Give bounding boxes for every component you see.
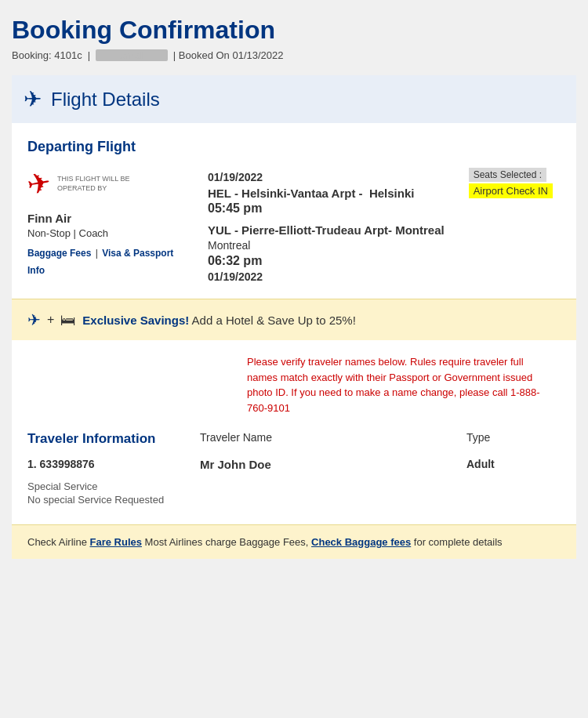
departing-flight-label: Departing Flight bbox=[27, 139, 561, 155]
booking-id: 4101c bbox=[54, 49, 82, 61]
traveler-row: 1. 633998876 Mr John Doe Adult bbox=[27, 458, 561, 471]
savings-hotel-icon: 🛏 bbox=[60, 311, 76, 329]
info-link[interactable]: Info bbox=[27, 265, 45, 276]
booking-header: Booking Confirmation Booking: 4101c | em… bbox=[12, 16, 576, 61]
flight-card: Departing Flight ✈ THIS FLIGHT WILL BE O… bbox=[12, 123, 576, 299]
airport-check-badge: Airport Check IN bbox=[469, 183, 553, 198]
booking-prefix: Booking: bbox=[12, 49, 52, 61]
arrive-time: 06:32 pm bbox=[208, 254, 561, 268]
savings-text: Exclusive Savings! Add a Hotel & Save Up… bbox=[82, 314, 356, 327]
traveler-number: 1. 633998876 bbox=[27, 458, 200, 470]
arrive-date: 01/19/2022 bbox=[208, 270, 561, 283]
page-title: Booking Confirmation bbox=[12, 16, 576, 45]
booking-meta: Booking: 4101c | email | Booked On 01/13… bbox=[12, 49, 576, 61]
route-dest: YUL - Pierre-Elliott-Trudeau Arpt- Montr… bbox=[208, 223, 561, 237]
booked-date: 01/13/2022 bbox=[232, 49, 283, 61]
seats-selected-label: Seats Selected : bbox=[469, 168, 546, 182]
visa-passport-link[interactable]: Visa & Passport bbox=[102, 248, 173, 259]
flight-details-title: Flight Details bbox=[51, 89, 160, 111]
flight-details-header: ✈ Flight Details bbox=[12, 75, 576, 123]
flight-links: Baggage Fees | Visa & Passport Info bbox=[27, 245, 208, 279]
traveler-name: Mr John Doe bbox=[200, 458, 466, 471]
booked-on-label: Booked On bbox=[179, 49, 230, 61]
savings-plus: + bbox=[47, 313, 54, 327]
verify-notice: Please verify traveler names below. Rule… bbox=[247, 354, 545, 415]
separator: | bbox=[96, 248, 100, 259]
email-redacted: email bbox=[96, 49, 167, 61]
airline-name: Finn Air bbox=[27, 212, 208, 225]
baggage-fees-link[interactable]: Baggage Fees bbox=[27, 248, 91, 259]
special-service-value: No special Service Requested bbox=[27, 494, 561, 506]
traveler-info-label: Traveler Information bbox=[27, 431, 200, 447]
airline-logo-area: ✈ THIS FLIGHT WILL BE OPERATED BY bbox=[27, 168, 208, 201]
bottom-banner: Check Airline Fare Rules Most Airlines c… bbox=[12, 524, 576, 559]
flight-left-column: ✈ THIS FLIGHT WILL BE OPERATED BY Finn A… bbox=[27, 168, 208, 283]
exclusive-savings-label: Exclusive Savings! bbox=[82, 314, 189, 327]
flight-right-column: Seats Selected : Airport Check IN 01/19/… bbox=[208, 168, 561, 283]
flight-info-row: ✈ THIS FLIGHT WILL BE OPERATED BY Finn A… bbox=[27, 168, 561, 283]
verify-section: Please verify traveler names below. Rule… bbox=[12, 340, 576, 423]
traveler-section: Traveler Information Traveler Name Type … bbox=[12, 423, 576, 524]
bottom-suffix: for complete details bbox=[411, 536, 502, 548]
special-service-label: Special Service bbox=[27, 480, 561, 492]
traveler-col-name: Traveler Name bbox=[200, 431, 466, 444]
red-plane-icon: ✈ bbox=[25, 166, 54, 203]
dest-city: Montreal bbox=[208, 239, 561, 252]
fare-rules-link[interactable]: Fare Rules bbox=[90, 536, 142, 548]
bottom-prefix: Check Airline bbox=[27, 536, 87, 548]
traveler-col-type: Type bbox=[466, 431, 561, 444]
seats-badge-area: Seats Selected : Airport Check IN bbox=[469, 168, 553, 198]
savings-banner: ✈ + 🛏 Exclusive Savings! Add a Hotel & S… bbox=[12, 299, 576, 340]
plane-icon: ✈ bbox=[24, 86, 42, 112]
bottom-middle-text: Most Airlines charge Baggage Fees, bbox=[142, 536, 311, 548]
flight-class: Non-Stop | Coach bbox=[27, 227, 208, 239]
special-service-block: Special Service No special Service Reque… bbox=[27, 480, 561, 506]
depart-time: 05:45 pm bbox=[208, 201, 561, 216]
page-container: Booking Confirmation Booking: 4101c | em… bbox=[0, 0, 588, 575]
traveler-type: Adult bbox=[466, 458, 561, 470]
savings-plane-icon: ✈ bbox=[27, 310, 41, 329]
check-baggage-link[interactable]: Check Baggage fees bbox=[311, 536, 411, 548]
savings-rest-text: Add a Hotel & Save Up to 25%! bbox=[189, 314, 356, 327]
traveler-header-row: Traveler Information Traveler Name Type bbox=[27, 431, 561, 447]
operated-by-text: THIS FLIGHT WILL BE OPERATED BY bbox=[57, 175, 130, 193]
